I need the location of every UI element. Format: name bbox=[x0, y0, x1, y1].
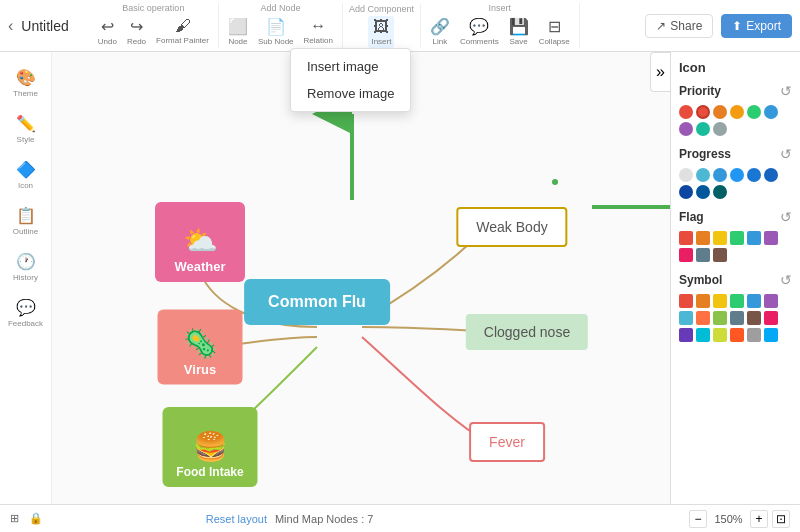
progress-icon-4[interactable] bbox=[730, 168, 744, 182]
add-node-button[interactable]: ⬜ Node bbox=[225, 15, 251, 48]
redo-button[interactable]: ↪ Redo bbox=[124, 15, 149, 48]
progress-icon-9[interactable] bbox=[713, 185, 727, 199]
symbol-icon-16[interactable] bbox=[730, 328, 744, 342]
symbol-icon-17[interactable] bbox=[747, 328, 761, 342]
sidebar-item-theme[interactable]: 🎨 Theme bbox=[0, 60, 51, 106]
link-button[interactable]: 🔗 Link bbox=[427, 15, 453, 48]
toolbar-right: ↗ Share ⬆ Export bbox=[645, 14, 792, 38]
flag-icon-2[interactable] bbox=[696, 231, 710, 245]
link-label: Link bbox=[433, 37, 448, 46]
priority-icon-1[interactable] bbox=[679, 105, 693, 119]
fit-button[interactable]: ⊡ bbox=[772, 510, 790, 528]
share-button[interactable]: ↗ Share bbox=[645, 14, 713, 38]
sidebar-item-history[interactable]: 🕐 History bbox=[0, 244, 51, 290]
symbol-icon-6[interactable] bbox=[764, 294, 778, 308]
reset-layout-button[interactable]: Reset layout bbox=[206, 513, 267, 525]
symbol-icon-9[interactable] bbox=[713, 311, 727, 325]
main-toolbar: ‹ Untitled Basic operation ↩ Undo ↪ Redo… bbox=[0, 0, 800, 52]
sidebar-item-icon[interactable]: 🔷 Icon bbox=[0, 152, 51, 198]
zoom-out-button[interactable]: − bbox=[689, 510, 707, 528]
symbol-icon-7[interactable] bbox=[679, 311, 693, 325]
insert-component-button[interactable]: 🖼 Insert bbox=[368, 16, 394, 48]
symbol-icon-14[interactable] bbox=[696, 328, 710, 342]
symbol-icon-12[interactable] bbox=[764, 311, 778, 325]
symbol-icon-15[interactable] bbox=[713, 328, 727, 342]
flag-icon-3[interactable] bbox=[713, 231, 727, 245]
insert-component-icon: 🖼 bbox=[373, 18, 389, 36]
panel-toggle[interactable]: » bbox=[650, 52, 670, 92]
export-button[interactable]: ⬆ Export bbox=[721, 14, 792, 38]
flag-icon-9[interactable] bbox=[713, 248, 727, 262]
symbol-icon-13[interactable] bbox=[679, 328, 693, 342]
grid-icon-button[interactable]: ⊞ bbox=[10, 512, 19, 525]
flag-icon-4[interactable] bbox=[730, 231, 744, 245]
priority-icon-9[interactable] bbox=[713, 122, 727, 136]
progress-icon-6[interactable] bbox=[764, 168, 778, 182]
undo-button[interactable]: ↩ Undo bbox=[95, 15, 120, 48]
priority-reset[interactable]: ↺ bbox=[780, 83, 792, 99]
fever-node[interactable]: Fever bbox=[469, 422, 545, 462]
document-title[interactable]: Untitled bbox=[21, 18, 68, 34]
flag-reset[interactable]: ↺ bbox=[780, 209, 792, 225]
progress-reset[interactable]: ↺ bbox=[780, 146, 792, 162]
symbol-icon-18[interactable] bbox=[764, 328, 778, 342]
priority-icon-3[interactable] bbox=[713, 105, 727, 119]
comments-button[interactable]: 💬 Comments bbox=[457, 15, 502, 48]
priority-icon-2[interactable] bbox=[696, 105, 710, 119]
virus-node-icon: 🦠 bbox=[183, 327, 218, 360]
flag-icon-5[interactable] bbox=[747, 231, 761, 245]
relation-icon: ↔ bbox=[310, 17, 326, 35]
symbol-icon-11[interactable] bbox=[747, 311, 761, 325]
canvas[interactable]: Common Flu ⛅ Weather 🦠 Virus 🍔 Food Inta… bbox=[52, 52, 670, 532]
flag-icon-7[interactable] bbox=[679, 248, 693, 262]
virus-node-label: Virus bbox=[184, 362, 216, 377]
progress-icon-2[interactable] bbox=[696, 168, 710, 182]
progress-icon-7[interactable] bbox=[679, 185, 693, 199]
format-painter-button[interactable]: 🖌 Format Painter bbox=[153, 15, 212, 48]
priority-icon-7[interactable] bbox=[679, 122, 693, 136]
food-node[interactable]: 🍔 Food Intake bbox=[163, 407, 258, 487]
weather-node[interactable]: ⛅ Weather bbox=[155, 202, 245, 282]
remove-image-item[interactable]: Remove image bbox=[291, 80, 410, 107]
symbol-icon-8[interactable] bbox=[696, 311, 710, 325]
undo-label: Undo bbox=[98, 37, 117, 46]
priority-icons bbox=[679, 105, 792, 136]
symbol-icon-2[interactable] bbox=[696, 294, 710, 308]
symbol-icon-3[interactable] bbox=[713, 294, 727, 308]
progress-icon-1[interactable] bbox=[679, 168, 693, 182]
collapse-button[interactable]: ⊟ Collapse bbox=[536, 15, 573, 48]
symbol-icon-1[interactable] bbox=[679, 294, 693, 308]
flag-icon-1[interactable] bbox=[679, 231, 693, 245]
central-node[interactable]: Common Flu bbox=[244, 279, 390, 325]
clogged-nose-node[interactable]: Clogged nose bbox=[466, 314, 588, 350]
lock-icon-button[interactable]: 🔒 bbox=[29, 512, 43, 525]
back-button[interactable]: ‹ bbox=[8, 17, 13, 35]
sidebar-item-style[interactable]: ✏️ Style bbox=[0, 106, 51, 152]
priority-icon-8[interactable] bbox=[696, 122, 710, 136]
priority-icon-4[interactable] bbox=[730, 105, 744, 119]
progress-icon-3[interactable] bbox=[713, 168, 727, 182]
progress-icon-8[interactable] bbox=[696, 185, 710, 199]
weak-body-node[interactable]: Weak Body bbox=[456, 207, 567, 247]
insert-image-item[interactable]: Insert image bbox=[291, 53, 410, 80]
flag-icons bbox=[679, 231, 792, 262]
symbol-header: Symbol ↺ bbox=[679, 272, 792, 288]
virus-node[interactable]: 🦠 Virus bbox=[158, 310, 243, 385]
priority-icon-6[interactable] bbox=[764, 105, 778, 119]
flag-icon-6[interactable] bbox=[764, 231, 778, 245]
priority-icon-5[interactable] bbox=[747, 105, 761, 119]
symbol-icon-4[interactable] bbox=[730, 294, 744, 308]
add-relation-button[interactable]: ↔ Relation bbox=[301, 15, 336, 48]
symbol-reset[interactable]: ↺ bbox=[780, 272, 792, 288]
sidebar-item-feedback[interactable]: 💬 Feedback bbox=[0, 290, 51, 336]
flag-icon-8[interactable] bbox=[696, 248, 710, 262]
symbol-icon-5[interactable] bbox=[747, 294, 761, 308]
save-button[interactable]: 💾 Save bbox=[506, 15, 532, 48]
sidebar-item-outline[interactable]: 📋 Outline bbox=[0, 198, 51, 244]
zoom-in-button[interactable]: + bbox=[750, 510, 768, 528]
symbol-icon-10[interactable] bbox=[730, 311, 744, 325]
progress-icon-5[interactable] bbox=[747, 168, 761, 182]
nodes-count: Mind Map Nodes : 7 bbox=[275, 513, 373, 525]
add-subnode-button[interactable]: 📄 Sub Node bbox=[255, 15, 297, 48]
weather-node-label: Weather bbox=[174, 259, 225, 274]
